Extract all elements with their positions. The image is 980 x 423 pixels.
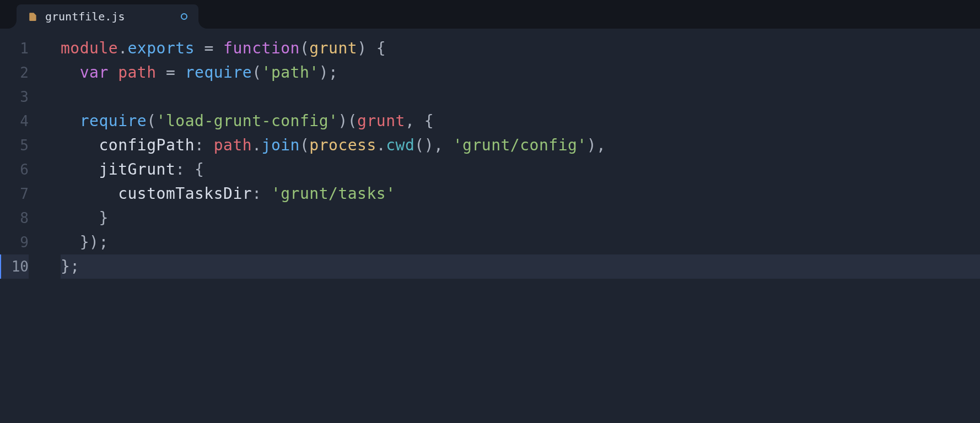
modified-indicator-icon[interactable] (181, 13, 187, 20)
code-line[interactable]: customTasksDir: 'grunt/tasks' (61, 182, 980, 206)
code-line[interactable]: module.exports = function(grunt) { (61, 36, 980, 61)
code-area[interactable]: module.exports = function(grunt) { var p… (39, 36, 980, 423)
code-line[interactable]: configPath: path.join(process.cwd(), 'gr… (61, 133, 980, 158)
line-number[interactable]: 9 (2, 230, 29, 254)
code-line[interactable]: require('load-grunt-config')(grunt, { (61, 109, 980, 133)
tab-title: gruntfile.js (45, 10, 174, 23)
code-line[interactable]: jitGrunt: { (61, 158, 980, 182)
code-line[interactable]: }; (61, 254, 980, 279)
line-number[interactable]: 8 (2, 206, 29, 230)
code-line[interactable]: }); (61, 230, 980, 254)
gutter: 1 2 3 4 5 6 7 8 9 10 (0, 36, 39, 423)
line-number[interactable]: 10 (0, 254, 29, 279)
code-line[interactable] (61, 85, 980, 109)
code-line[interactable]: } (61, 206, 980, 230)
file-icon (28, 11, 39, 22)
editor: 1 2 3 4 5 6 7 8 9 10 module.exports = fu… (0, 29, 980, 423)
line-number[interactable]: 1 (2, 36, 29, 61)
code-line[interactable]: var path = require('path'); (61, 61, 980, 85)
file-tab[interactable]: gruntfile.js (17, 4, 198, 29)
tab-bar: gruntfile.js (0, 0, 980, 29)
line-number[interactable]: 4 (2, 109, 29, 133)
line-number[interactable]: 3 (2, 85, 29, 109)
line-number[interactable]: 5 (2, 133, 29, 158)
line-number[interactable]: 6 (2, 158, 29, 182)
line-number[interactable]: 2 (2, 61, 29, 85)
line-number[interactable]: 7 (2, 182, 29, 206)
